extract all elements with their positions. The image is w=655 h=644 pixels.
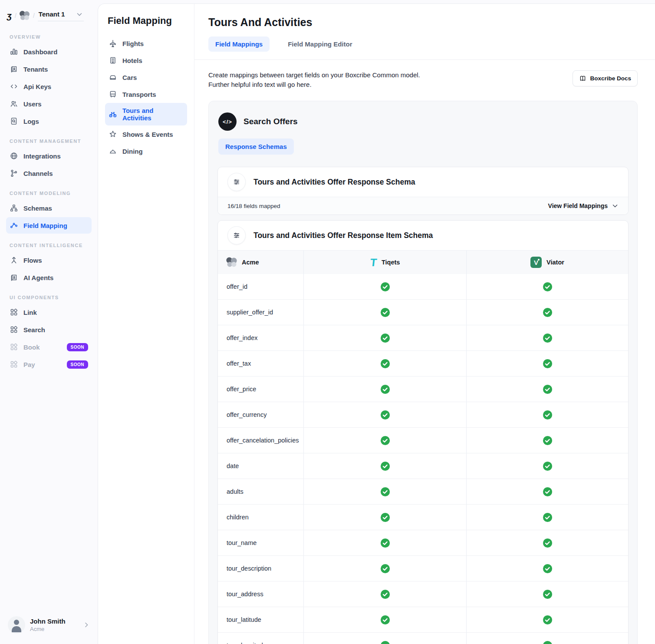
table-body: offer_idsupplier_offer_idoffer_indexoffe… — [218, 274, 628, 644]
section-label-overview: OVERVIEW — [10, 34, 88, 40]
search-offers-header: </> Search Offers — [217, 110, 629, 138]
sidebar-item-label: Integrations — [23, 152, 61, 160]
check-icon — [543, 512, 553, 522]
schema-list-icon — [227, 173, 246, 191]
field-mapping-submenu: Field Mapping Flights Hotels Cars Transp… — [98, 4, 194, 644]
tenant-name: Tenant 1 — [39, 10, 65, 18]
tiqets-logo: T — [369, 257, 377, 268]
field-name: offer_currency — [218, 402, 303, 427]
check-icon — [380, 461, 390, 471]
field-name: date — [218, 453, 303, 479]
sidebar-item-ai-agents[interactable]: AI Agents — [6, 269, 92, 286]
submenu-item-dining[interactable]: Dining — [105, 143, 187, 159]
tenant-selector[interactable]: Tenant 1 — [38, 10, 84, 21]
intro-text: Create mappings between target fields on… — [208, 70, 420, 89]
sidebar-item-field-mapping[interactable]: Field Mapping — [6, 217, 92, 234]
mapping-points-icon — [10, 221, 18, 230]
sidebar-item-channels[interactable]: Channels — [6, 165, 92, 182]
offer-response-schema-card: Tours and Activities Offer Response Sche… — [217, 167, 629, 215]
tiqets-mapping-cell — [303, 351, 466, 376]
tenants-icon — [10, 65, 18, 73]
field-name: adults — [218, 479, 303, 504]
docs-button-label: Boxcribe Docs — [590, 75, 631, 82]
search-offers-section: </> Search Offers Response Schemas Tours… — [208, 101, 638, 644]
main-header: Tours And Activities Field Mappings Fiel… — [194, 4, 655, 59]
section-label-content-management: CONTENT MANAGEMENT — [10, 139, 88, 144]
tab-field-mapping-editor[interactable]: Field Mapping Editor — [281, 36, 359, 52]
submenu-item-transports[interactable]: Transports — [105, 86, 187, 102]
check-icon — [380, 333, 390, 343]
check-icon — [380, 384, 390, 394]
submenu-item-tours-and-activities[interactable]: Tours and Activities — [105, 103, 187, 125]
user-menu[interactable]: John Smith Acme — [6, 614, 92, 636]
tiqets-mapping-cell — [303, 325, 466, 350]
check-icon — [380, 589, 390, 599]
table-row: offer_currency — [218, 402, 628, 427]
submenu-item-cars[interactable]: Cars — [105, 69, 187, 86]
sidebar-item-label: Logs — [23, 118, 39, 125]
user-name: John Smith — [30, 618, 66, 625]
flows-icon — [10, 256, 18, 264]
submenu-item-label: Hotels — [122, 57, 142, 64]
viator-mapping-cell — [466, 274, 628, 299]
boxcribe-docs-button[interactable]: Boxcribe Docs — [573, 70, 638, 86]
boxcribe-logo-icon[interactable]: ʒ — [7, 11, 13, 20]
field-name: tour_longitude — [218, 633, 303, 644]
field-name: offer_cancelation_policies — [218, 428, 303, 453]
check-icon — [543, 307, 553, 317]
response-schemas-badge[interactable]: Response Schemas — [218, 139, 294, 155]
sidebar-item-label: Book — [23, 343, 40, 351]
sidebar-item-label: Schemas — [23, 205, 52, 212]
viator-mapping-cell — [466, 633, 628, 644]
intro-line-2: Further helpful info text will go here. — [208, 80, 420, 89]
sidebar-item-logs[interactable]: Logs — [6, 113, 92, 129]
tiqets-mapping-cell — [303, 581, 466, 607]
check-icon — [543, 359, 553, 369]
star-icon — [109, 130, 117, 139]
sidebar-item-dashboard[interactable]: Dashboard — [6, 43, 92, 60]
table-row: adults — [218, 479, 628, 504]
check-icon — [543, 564, 553, 574]
table-row: children — [218, 504, 628, 530]
sidebar-item-flows[interactable]: Flows — [6, 252, 92, 268]
tiqets-mapping-cell — [303, 556, 466, 581]
sidebar-item-integrations[interactable]: Integrations — [6, 148, 92, 164]
sidebar-item-link[interactable]: Link — [6, 304, 92, 320]
submenu-item-label: Flights — [122, 40, 144, 47]
bus-icon — [109, 90, 117, 99]
offer-response-item-schema-card: Tours and Activities Offer Response Item… — [217, 220, 629, 644]
check-icon — [543, 282, 553, 292]
acme-org-logo[interactable] — [20, 11, 30, 20]
view-field-mappings-button[interactable]: View Field Mappings — [548, 202, 619, 209]
submenu-item-hotels[interactable]: Hotels — [105, 52, 187, 69]
viator-mapping-cell — [466, 479, 628, 504]
viator-mapping-cell — [466, 402, 628, 427]
check-icon — [543, 615, 553, 625]
sidebar-item-search[interactable]: Search — [6, 321, 92, 338]
sidebar-item-api-keys[interactable]: Api Keys — [6, 78, 92, 95]
sidebar-item-label: Pay — [23, 361, 35, 368]
schema-card-header: Tours and Activities Offer Response Sche… — [218, 167, 628, 197]
schema-card-title: Tours and Activities Offer Response Sche… — [253, 178, 415, 187]
table-row: tour_latitude — [218, 607, 628, 632]
page-title: Tours And Activities — [208, 16, 638, 29]
sidebar-item-schemas[interactable]: Schemas — [6, 200, 92, 216]
submenu-item-flights[interactable]: Flights — [105, 35, 187, 52]
sidebar-item-label: AI Agents — [23, 274, 53, 281]
viator-mapping-cell — [466, 300, 628, 325]
sidebar-item-label: Search — [23, 326, 45, 334]
viator-mapping-cell — [466, 556, 628, 581]
viator-mapping-cell — [466, 376, 628, 402]
chevron-down-icon — [76, 11, 83, 18]
sidebar-item-tenants[interactable]: Tenants — [6, 61, 92, 77]
check-icon — [543, 410, 553, 420]
sidebar-item-users[interactable]: Users — [6, 96, 92, 112]
sidebar-item-pay[interactable]: Pay SOON — [6, 356, 92, 373]
tab-field-mappings[interactable]: Field Mappings — [208, 36, 270, 52]
field-mapping-table: Acme T Tiqets — [218, 250, 628, 644]
submenu-item-shows-events[interactable]: Shows & Events — [105, 126, 187, 142]
check-icon — [543, 487, 553, 497]
table-row: tour_name — [218, 530, 628, 555]
cloche-icon — [109, 147, 117, 155]
sidebar-item-book[interactable]: Book SOON — [6, 339, 92, 355]
